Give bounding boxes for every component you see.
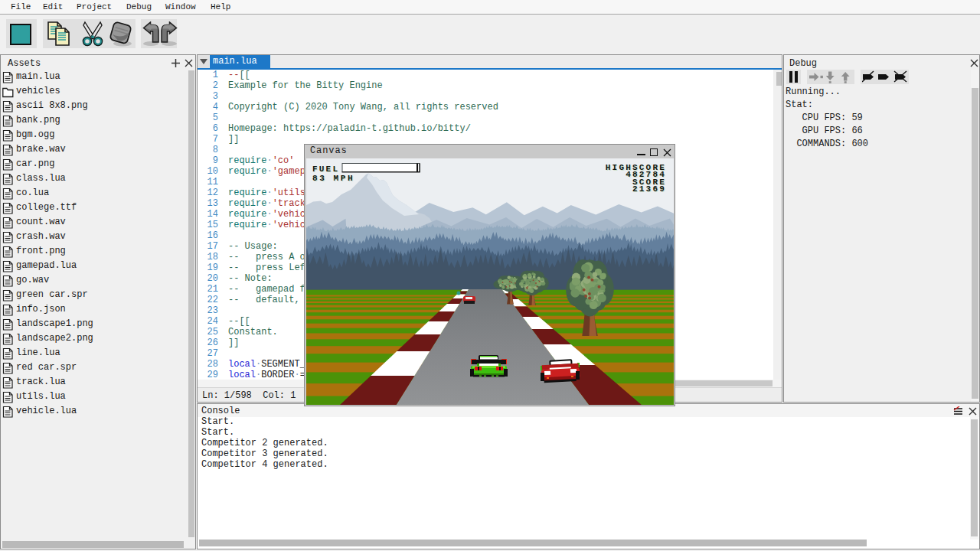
svg-text:83 MPH: 83 MPH <box>312 174 354 183</box>
svg-text:21369: 21369 <box>632 184 666 194</box>
svg-text:FUEL: FUEL <box>312 165 339 174</box>
